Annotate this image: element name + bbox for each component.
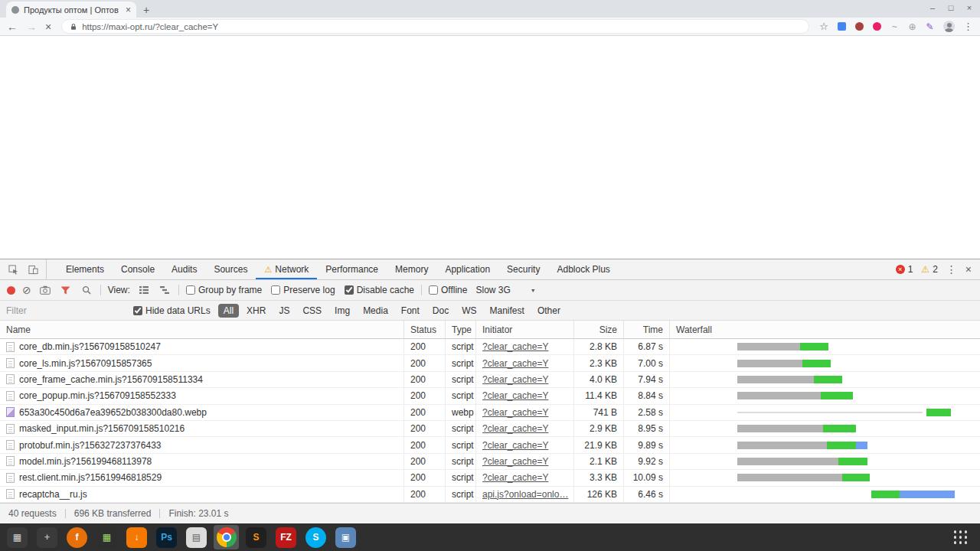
column-header-waterfall[interactable]: Waterfall bbox=[670, 321, 980, 338]
filter-pill-css[interactable]: CSS bbox=[297, 304, 327, 318]
initiator-link[interactable]: ?clear_cache=Y bbox=[482, 390, 548, 401]
toggle-device-toolbar-button[interactable] bbox=[23, 259, 43, 279]
initiator-link[interactable]: ?clear_cache=Y bbox=[482, 423, 548, 434]
bookmark-star-icon[interactable]: ☆ bbox=[819, 21, 828, 31]
hide-data-urls-checkbox[interactable] bbox=[133, 306, 142, 315]
filter-pill-xhr[interactable]: XHR bbox=[241, 304, 271, 318]
initiator-link[interactable]: ?clear_cache=Y bbox=[482, 374, 548, 385]
back-button[interactable]: ← bbox=[7, 21, 18, 32]
filter-pill-manifest[interactable]: Manifest bbox=[485, 304, 530, 318]
view-overview-button[interactable] bbox=[158, 283, 172, 297]
extension-globe-icon[interactable]: ⊕ bbox=[907, 22, 917, 31]
throttling-dropdown[interactable]: Slow 3G ▼ bbox=[475, 285, 535, 295]
devtools-tab-application[interactable]: Application bbox=[436, 259, 498, 279]
network-request-row[interactable]: core_db.min.js?156709158510247200script?… bbox=[0, 339, 980, 355]
tab-close-icon[interactable]: × bbox=[126, 5, 131, 15]
taskbar-app-grid[interactable]: ▦ bbox=[5, 525, 30, 549]
devtools-tab-console[interactable]: Console bbox=[113, 259, 163, 279]
network-request-row[interactable]: model.min.js?156199468113978200script?cl… bbox=[0, 454, 980, 470]
extension-tilde-icon[interactable]: ~ bbox=[890, 22, 900, 31]
column-header-size[interactable]: Size bbox=[574, 321, 624, 338]
filter-pill-other[interactable]: Other bbox=[532, 304, 566, 318]
devtools-tab-sources[interactable]: Sources bbox=[205, 259, 256, 279]
forward-button[interactable]: → bbox=[26, 21, 37, 32]
taskbar-app-monitor[interactable]: ▣ bbox=[333, 525, 358, 549]
network-request-row[interactable]: core_frame_cache.min.js?1567091585113342… bbox=[0, 372, 980, 388]
extension-pen-icon[interactable]: ✎ bbox=[925, 22, 935, 31]
preserve-log-checkbox[interactable] bbox=[271, 285, 280, 295]
filter-toggle-button[interactable] bbox=[59, 283, 73, 297]
devtools-tab-network[interactable]: ⚠Network bbox=[256, 259, 317, 279]
address-bar[interactable]: https://maxi-opt.ru/?clear_cache=Y bbox=[61, 19, 809, 34]
filter-pill-all[interactable]: All bbox=[218, 304, 239, 318]
clear-network-log-button[interactable]: ⊘ bbox=[22, 285, 31, 295]
checkbox-disable-cache[interactable]: Disable cache bbox=[345, 285, 414, 295]
devtools-tab-adblock-plus[interactable]: Adblock Plus bbox=[548, 259, 618, 279]
console-error-badge[interactable]: × 1 bbox=[896, 264, 913, 275]
network-request-row[interactable]: core_popup.min.js?156709158552333200scri… bbox=[0, 388, 980, 404]
taskbar-sublime[interactable]: S bbox=[243, 525, 269, 549]
taskbar-photoshop[interactable]: Ps bbox=[154, 525, 179, 549]
network-request-row[interactable]: rest.client.min.js?15619946818529200scri… bbox=[0, 470, 980, 486]
taskbar-skype[interactable]: S bbox=[303, 525, 328, 549]
stop-reload-button[interactable]: × bbox=[45, 21, 51, 32]
column-header-time[interactable]: Time bbox=[624, 321, 670, 338]
taskbar-app-tools[interactable]: + bbox=[34, 525, 60, 549]
initiator-link[interactable]: api.js?onload=onlo… bbox=[482, 489, 568, 500]
view-list-button[interactable] bbox=[137, 283, 151, 297]
filter-pill-font[interactable]: Font bbox=[396, 304, 425, 318]
filter-pill-doc[interactable]: Doc bbox=[427, 304, 454, 318]
window-maximize-button[interactable]: □ bbox=[946, 2, 956, 14]
taskbar-files-app[interactable]: ▤ bbox=[184, 525, 209, 549]
filter-pill-js[interactable]: JS bbox=[273, 304, 295, 318]
extension-flag-icon[interactable] bbox=[837, 22, 847, 31]
inspect-element-button[interactable] bbox=[3, 259, 23, 279]
offline-checkbox[interactable] bbox=[429, 285, 438, 295]
filter-pill-media[interactable]: Media bbox=[358, 304, 394, 318]
checkbox-group-by-frame[interactable]: Group by frame bbox=[186, 285, 262, 295]
taskbar-chrome[interactable] bbox=[214, 525, 239, 549]
taskbar-firefox[interactable]: f bbox=[64, 525, 90, 549]
window-close-button[interactable]: × bbox=[965, 2, 974, 14]
profile-avatar[interactable] bbox=[943, 21, 955, 32]
capture-screenshots-button[interactable] bbox=[38, 283, 52, 297]
network-request-row[interactable]: recaptcha__ru.js200scriptapi.js?onload=o… bbox=[0, 487, 980, 503]
devtools-tab-performance[interactable]: Performance bbox=[317, 259, 387, 279]
devtools-tab-elements[interactable]: Elements bbox=[57, 259, 113, 279]
initiator-link[interactable]: ?clear_cache=Y bbox=[482, 456, 548, 467]
group-by-frame-checkbox[interactable] bbox=[186, 285, 195, 295]
browser-menu-icon[interactable]: ⋮ bbox=[963, 21, 973, 31]
devtools-tab-memory[interactable]: Memory bbox=[387, 259, 436, 279]
show-applications-button[interactable] bbox=[953, 530, 968, 545]
initiator-link[interactable]: ?clear_cache=Y bbox=[482, 440, 548, 451]
initiator-link[interactable]: ?clear_cache=Y bbox=[482, 407, 548, 418]
browser-tab[interactable]: Продукты оптом | Оптов × bbox=[6, 2, 136, 18]
initiator-link[interactable]: ?clear_cache=Y bbox=[482, 341, 548, 352]
column-header-type[interactable]: Type bbox=[446, 321, 476, 338]
initiator-link[interactable]: ?clear_cache=Y bbox=[482, 472, 548, 483]
network-request-row[interactable]: 653a30c450d6a7ea39652b038300da80.webp200… bbox=[0, 405, 980, 421]
network-filter-input[interactable] bbox=[6, 305, 127, 316]
column-header-status[interactable]: Status bbox=[404, 321, 446, 338]
taskbar-app-calculator[interactable]: ▦ bbox=[94, 525, 119, 549]
disable-cache-checkbox[interactable] bbox=[345, 285, 354, 295]
devtools-tab-security[interactable]: Security bbox=[498, 259, 548, 279]
extension-red-icon[interactable] bbox=[854, 22, 864, 31]
checkbox-offline[interactable]: Offline bbox=[429, 285, 467, 295]
search-button[interactable] bbox=[80, 283, 93, 297]
window-minimize-button[interactable]: – bbox=[928, 2, 937, 14]
column-header-name[interactable]: Name bbox=[0, 321, 404, 338]
extension-pink-icon[interactable] bbox=[872, 22, 882, 31]
column-header-initiator[interactable]: Initiator bbox=[476, 321, 574, 338]
record-network-log-button[interactable] bbox=[7, 286, 15, 295]
devtools-close-icon[interactable]: × bbox=[965, 264, 972, 275]
console-warning-badge[interactable]: ⚠ 2 bbox=[921, 264, 937, 275]
checkbox-preserve-log[interactable]: Preserve log bbox=[271, 285, 335, 295]
network-request-row[interactable]: core_ls.min.js?15670915857365200script?c… bbox=[0, 355, 980, 371]
hide-data-urls-toggle[interactable]: Hide data URLs bbox=[133, 305, 211, 316]
taskbar-filezilla[interactable]: FZ bbox=[273, 525, 299, 549]
network-request-row[interactable]: protobuf.min.js?156327237376433200script… bbox=[0, 437, 980, 453]
devtools-menu-icon[interactable]: ⋮ bbox=[946, 264, 957, 275]
filter-pill-img[interactable]: Img bbox=[329, 304, 355, 318]
devtools-tab-audits[interactable]: Audits bbox=[163, 259, 205, 279]
